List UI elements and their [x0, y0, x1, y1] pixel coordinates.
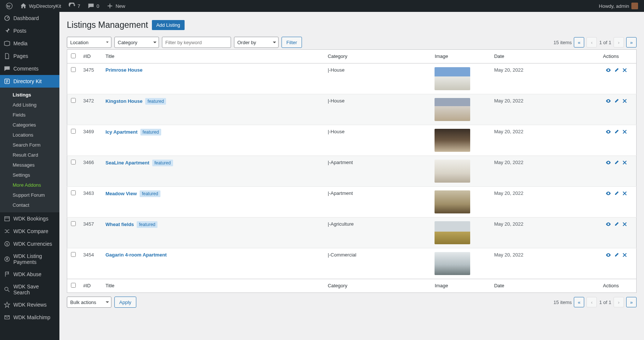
view-icon[interactable]	[605, 129, 611, 135]
submenu-more-addons[interactable]: More Addons	[0, 180, 59, 190]
page-prev[interactable]: ‹	[586, 297, 597, 307]
submenu-fields[interactable]: Fields	[0, 110, 59, 120]
view-icon[interactable]	[605, 67, 611, 73]
page-last[interactable]: »	[626, 37, 637, 48]
col-id[interactable]: #ID	[79, 279, 102, 293]
page-last[interactable]: »	[626, 297, 637, 307]
col-category[interactable]: Category	[324, 50, 431, 63]
shuffle-icon	[4, 228, 10, 235]
updates-link[interactable]: 7	[66, 0, 83, 12]
edit-icon[interactable]	[614, 252, 619, 258]
edit-icon[interactable]	[614, 221, 619, 227]
filter-button[interactable]: Filter	[282, 37, 302, 48]
submenu-listings[interactable]: Listings	[0, 90, 59, 100]
calendar-icon	[4, 215, 10, 222]
view-icon[interactable]	[605, 252, 611, 258]
submenu-settings[interactable]: Settings	[0, 170, 59, 180]
delete-icon[interactable]	[622, 129, 628, 135]
view-icon[interactable]	[605, 98, 611, 104]
menu-dashboard[interactable]: Dashboard	[0, 12, 59, 24]
page-prev[interactable]: ‹	[586, 37, 597, 48]
row-title-link[interactable]: Primrose House	[105, 67, 143, 73]
select-all-checkbox-bottom[interactable]	[71, 283, 76, 288]
row-checkbox[interactable]	[71, 98, 76, 103]
select-all-checkbox[interactable]	[71, 53, 76, 58]
menu-posts[interactable]: Posts	[0, 24, 59, 37]
row-checkbox[interactable]	[71, 160, 76, 164]
category-select[interactable]: Category	[114, 37, 159, 48]
row-checkbox[interactable]	[71, 252, 76, 257]
my-account-link[interactable]: Howdy, admin	[596, 0, 641, 12]
submenu-result-card[interactable]: Result Card	[0, 150, 59, 160]
view-icon[interactable]	[605, 190, 611, 196]
delete-icon[interactable]	[622, 190, 628, 196]
site-name-link[interactable]: WpDirectoryKit	[17, 0, 64, 12]
submenu-contact[interactable]: Contact	[0, 200, 59, 210]
orderby-select[interactable]: Order by	[234, 37, 279, 48]
menu-wdk-compare[interactable]: WDK Compare	[0, 225, 59, 238]
row-title-link[interactable]: Meadow View	[105, 191, 137, 196]
view-icon[interactable]	[605, 221, 611, 227]
row-checkbox[interactable]	[71, 67, 76, 72]
delete-icon[interactable]	[622, 221, 628, 227]
add-listing-button[interactable]: Add Listing	[152, 20, 185, 30]
submenu-locations[interactable]: Locations	[0, 130, 59, 140]
row-actions	[599, 94, 637, 125]
col-id[interactable]: #ID	[79, 50, 102, 63]
row-title-link[interactable]: Wheat fields	[105, 222, 134, 227]
menu-wdk-save-search[interactable]: WDK Save Search	[0, 281, 59, 298]
submenu-support-forum[interactable]: Support Forum	[0, 190, 59, 200]
row-title-link[interactable]: SeaLine Apartment	[105, 160, 149, 166]
delete-icon[interactable]	[622, 98, 628, 104]
delete-icon[interactable]	[622, 67, 628, 73]
row-checkbox[interactable]	[71, 221, 76, 226]
row-title-link[interactable]: Icy Apartment	[105, 129, 137, 135]
menu-wdk-bookings[interactable]: WDK Bookings	[0, 212, 59, 225]
edit-icon[interactable]	[614, 129, 619, 135]
submenu-add-listing[interactable]: Add Listing	[0, 100, 59, 110]
submenu-search-form[interactable]: Search Form	[0, 140, 59, 150]
menu-comments[interactable]: Comments	[0, 62, 59, 75]
featured-badge: featured	[137, 221, 157, 228]
menu-wdk-listing-payments[interactable]: WDK Listing Payments	[0, 250, 59, 268]
new-content-link[interactable]: New	[104, 0, 128, 12]
comments-link[interactable]: 0	[85, 0, 102, 12]
edit-icon[interactable]	[614, 160, 619, 166]
apply-button[interactable]: Apply	[114, 297, 136, 308]
page-next[interactable]: ›	[614, 37, 624, 48]
row-title-link[interactable]: Kingston House	[105, 98, 143, 104]
bulk-actions-select[interactable]: Bulk actions	[67, 297, 111, 308]
col-image[interactable]: Image	[431, 50, 490, 63]
page-first[interactable]: «	[574, 37, 584, 48]
col-title[interactable]: Title	[102, 279, 324, 293]
row-checkbox[interactable]	[71, 129, 76, 134]
delete-icon[interactable]	[622, 160, 628, 166]
menu-directory-kit[interactable]: Directory Kit	[0, 75, 59, 88]
col-date[interactable]: Date	[490, 50, 599, 63]
delete-icon[interactable]	[622, 252, 628, 258]
col-image[interactable]: Image	[431, 279, 490, 293]
menu-media[interactable]: Media	[0, 37, 59, 50]
keyword-input[interactable]	[162, 37, 231, 48]
row-title-link[interactable]: Gagarin 4-room Apartment	[105, 252, 167, 258]
edit-icon[interactable]	[614, 98, 619, 104]
menu-wdk-mailchimp[interactable]: WDK Mailchimp	[0, 311, 59, 324]
submenu-categories[interactable]: Categories	[0, 120, 59, 130]
menu-pages[interactable]: Pages	[0, 50, 59, 62]
submenu-messages[interactable]: Messages	[0, 160, 59, 170]
menu-wdk-reviews[interactable]: WDK Reviews	[0, 298, 59, 311]
col-title[interactable]: Title	[102, 50, 324, 63]
location-select[interactable]: Location	[67, 37, 111, 48]
edit-icon[interactable]	[614, 67, 619, 73]
col-category[interactable]: Category	[324, 279, 431, 293]
view-icon[interactable]	[605, 160, 611, 166]
wp-logo[interactable]	[3, 0, 16, 12]
col-date[interactable]: Date	[490, 279, 599, 293]
row-thumbnail	[435, 129, 470, 152]
page-first[interactable]: «	[574, 297, 584, 307]
row-checkbox[interactable]	[71, 190, 76, 195]
menu-wdk-abuse[interactable]: WDK Abuse	[0, 268, 59, 281]
edit-icon[interactable]	[614, 190, 619, 196]
page-next[interactable]: ›	[614, 297, 624, 307]
menu-wdk-currencies[interactable]: $ WDK Currencies	[0, 238, 59, 250]
